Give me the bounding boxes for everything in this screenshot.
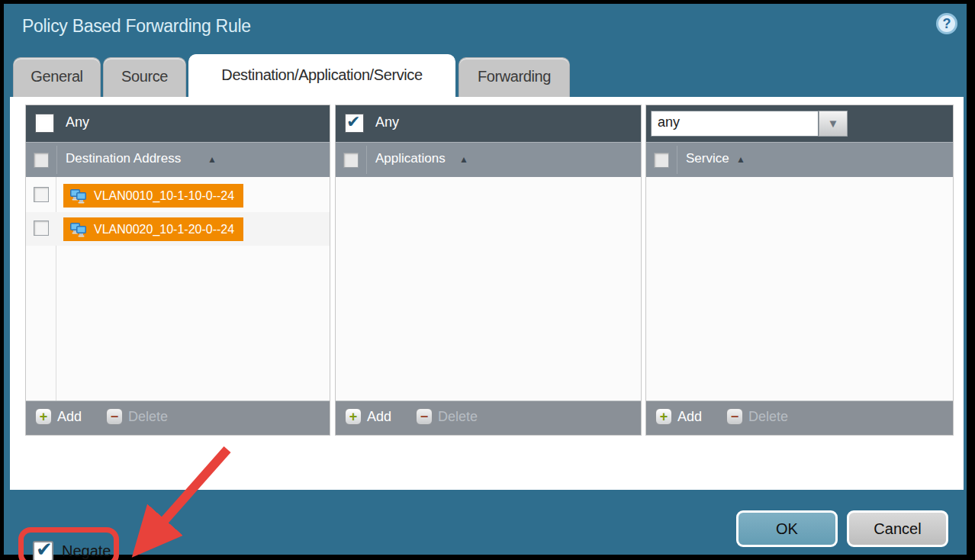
checkmark-icon: ✔: [346, 112, 360, 132]
sort-asc-icon[interactable]: ▲: [208, 154, 217, 165]
address-label: VLAN0020_10-1-20-0--24: [94, 223, 234, 237]
plus-icon: +: [655, 408, 672, 425]
address-object-badge: VLAN0010_10-1-10-0--24: [63, 184, 243, 208]
address-group-icon: [69, 188, 88, 204]
minus-icon: −: [726, 408, 743, 425]
row-checkbox[interactable]: [34, 220, 49, 236]
destination-toolbar: + Add − Delete: [26, 401, 330, 435]
applications-any-checkbox[interactable]: ✔: [345, 114, 364, 133]
service-toolbar: + Add − Delete: [646, 401, 953, 435]
tab-source[interactable]: Source: [103, 57, 186, 98]
add-button[interactable]: + Add: [655, 408, 702, 425]
delete-button[interactable]: − Delete: [106, 408, 168, 425]
dropdown-value[interactable]: any: [651, 111, 819, 137]
address-label: VLAN0010_10-1-10-0--24: [94, 189, 234, 203]
service-list: [646, 177, 953, 401]
tab-general[interactable]: General: [13, 57, 101, 98]
destination-header-row: Destination Address ▲: [26, 142, 330, 177]
service-header-row: Service ▲: [646, 142, 953, 177]
chevron-down-icon: ▼: [828, 117, 839, 130]
cancel-button[interactable]: Cancel: [847, 510, 948, 547]
applications-any-label: Any: [375, 114, 399, 130]
destination-address-list: VLAN0010_10-1-10-0--24: [26, 177, 330, 401]
applications-any-row: ✔ Any: [336, 105, 641, 142]
destination-any-checkbox[interactable]: [35, 114, 54, 133]
applications-list: [336, 177, 641, 401]
plus-icon: +: [35, 408, 52, 425]
applications-select-all-checkbox[interactable]: [343, 153, 359, 168]
address-object-badge: VLAN0020_10-1-20-0--24: [63, 217, 243, 241]
header-separator: [366, 146, 367, 174]
service-dropdown[interactable]: any ▼: [651, 111, 848, 137]
destination-any-row: Any: [26, 105, 330, 142]
header-separator: [56, 146, 57, 174]
question-mark-glyph: ?: [943, 16, 951, 31]
destination-column-header: Destination Address: [66, 151, 181, 166]
row-checkbox[interactable]: [34, 187, 49, 202]
sort-asc-icon[interactable]: ▲: [736, 154, 745, 165]
tab-forwarding[interactable]: Forwarding: [459, 57, 570, 98]
help-icon[interactable]: ?: [936, 13, 957, 34]
address-row[interactable]: VLAN0010_10-1-10-0--24: [26, 179, 330, 212]
destination-any-label: Any: [66, 114, 89, 130]
delete-button[interactable]: − Delete: [726, 408, 788, 425]
minus-icon: −: [416, 408, 433, 425]
add-button[interactable]: + Add: [345, 408, 391, 425]
applications-toolbar: + Add − Delete: [336, 401, 641, 435]
tab-destination-application-service[interactable]: Destination/Application/Service: [188, 54, 455, 98]
address-group-icon: [69, 222, 88, 237]
tab-content-panel: Any Destination Address ▲: [10, 97, 964, 490]
delete-button[interactable]: − Delete: [416, 408, 478, 425]
dropdown-button[interactable]: ▼: [819, 111, 848, 137]
header-separator: [677, 146, 677, 174]
applications-column-header: Applications: [375, 151, 446, 166]
service-any-row: any ▼: [646, 105, 953, 142]
pbf-rule-dialog: Policy Based Forwarding Rule ? General S…: [4, 4, 967, 555]
applications-panel: ✔ Any Applications ▲ + Add − Delete: [335, 105, 642, 436]
sort-asc-icon[interactable]: ▲: [459, 154, 468, 165]
ok-button[interactable]: OK: [736, 510, 838, 547]
annotation-highlight-box: [18, 527, 119, 560]
applications-header-row: Applications ▲: [336, 142, 641, 177]
add-button[interactable]: + Add: [35, 408, 82, 425]
dialog-title: Policy Based Forwarding Rule: [22, 16, 251, 37]
service-panel: any ▼ Service ▲ + Add −: [645, 105, 954, 436]
destination-address-panel: Any Destination Address ▲: [25, 105, 330, 436]
address-row[interactable]: VLAN0020_10-1-20-0--24: [26, 212, 330, 246]
screenshot-frame: Policy Based Forwarding Rule ? General S…: [0, 0, 975, 560]
service-column-header: Service: [686, 151, 729, 166]
service-select-all-checkbox[interactable]: [654, 153, 669, 168]
plus-icon: +: [345, 408, 362, 425]
destination-select-all-checkbox[interactable]: [34, 153, 49, 168]
annotation-arrow: [115, 440, 245, 560]
minus-icon: −: [106, 408, 123, 425]
